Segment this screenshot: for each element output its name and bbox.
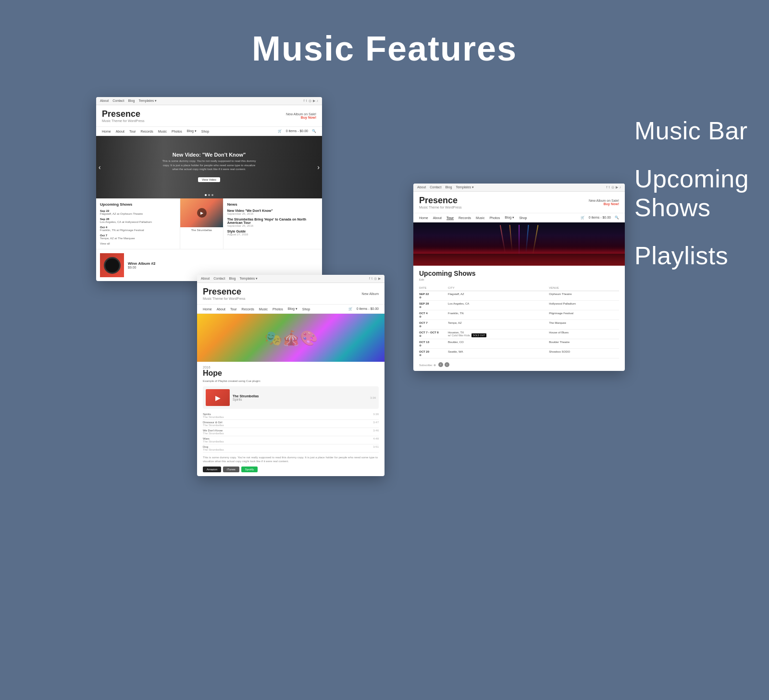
- s2-player-track-title: The Strumbellas: [233, 394, 367, 398]
- s3-content: Upcoming Shows Edit DATE CITY VENUE SEP …: [413, 266, 625, 371]
- show-venue-r3: Pilgrimage Festival: [549, 310, 619, 320]
- news-date-1a: September 25, 2016: [227, 212, 318, 215]
- show-item-3: Oct 4 Franklin, TN at Pilgrimage Festiva…: [100, 226, 176, 232]
- topnav-about-2: About: [201, 277, 210, 281]
- news-item-3: Style Guide August 27, 2016: [227, 230, 318, 236]
- topnav-templates: Templates ▾: [138, 99, 157, 103]
- topnav-templates-3: Templates ▾: [456, 185, 474, 189]
- show-venue-2: Los Angeles, CA at Hollywood Palladium: [100, 221, 176, 223]
- itunes-btn[interactable]: iTunes: [223, 467, 239, 472]
- screenshot-presence-playlist: About Contact Blog Templates ▾ f t ◎ ▶ P…: [197, 275, 384, 476]
- album-info-1: Winn Album #2 $9.00: [128, 261, 155, 269]
- show-venue-4: Tempe, AZ at The Marquee: [100, 237, 176, 240]
- twitter-icon-3: t: [609, 185, 610, 189]
- hero-arrow-left-1[interactable]: ‹: [99, 163, 101, 171]
- cart-value-3: 0 items - $0.00: [589, 216, 611, 220]
- s3-hero: [413, 222, 625, 266]
- album-cover-1: [100, 253, 124, 277]
- s2-player: ▶ The Strumbellas Spirits 3:36: [203, 386, 379, 409]
- site-header-3: Presence Music Theme for WordPress New A…: [413, 192, 625, 213]
- shows-table: DATE CITY VENUE SEP 22⊕ Flagstaff, AZ Or…: [419, 285, 619, 358]
- table-header-row: DATE CITY VENUE: [419, 285, 619, 291]
- show-venue-r1: Orpheum Theatre: [549, 291, 619, 301]
- topnav-contact-2: Contact: [213, 277, 225, 281]
- show-item-4: Oct 7 Tempe, AZ at The Marquee: [100, 234, 176, 240]
- show-venue-3: Franklin, TN at Pilgrimage Festival: [100, 229, 176, 232]
- topnav-blog-2: Blog: [229, 277, 236, 281]
- nav-blog-3: Blog ▾: [505, 216, 514, 220]
- facebook-icon: f: [304, 99, 305, 103]
- nav-shop-2: Shop: [302, 307, 310, 311]
- show-venue-r7: Showbox SODO: [549, 349, 619, 358]
- browser-topbar-3: About Contact Blog Templates ▾ f t ◎ ▶ ♪: [413, 184, 625, 192]
- s3-crowd: [413, 254, 625, 266]
- view-all-link-1[interactable]: View all: [100, 242, 176, 245]
- dot-3: [211, 194, 213, 196]
- spotify-btn[interactable]: Spotify: [241, 467, 258, 472]
- page-title: Music Features: [252, 29, 517, 68]
- cart-icon-3: 🛒: [581, 216, 585, 220]
- news-date-3a: August 27, 2016: [227, 233, 318, 236]
- s3-subscribe-text[interactable]: Subscribe: ⊕: [419, 363, 436, 367]
- show-date-r3: OCT 4⊕: [419, 310, 448, 320]
- news-title-1: News: [227, 202, 318, 207]
- news-item-2: The Strumbellas Bring 'Hope' to Canada o…: [227, 218, 318, 227]
- topnav-about: About: [100, 99, 109, 103]
- instagram-icon-2: ◎: [374, 277, 377, 281]
- show-city-r7: Seattle, WA: [448, 349, 549, 358]
- s3-edit-link[interactable]: Edit: [419, 278, 619, 281]
- hero-btn-1[interactable]: View Video: [198, 177, 220, 182]
- show-date-r4: OCT 7⊕: [419, 320, 448, 330]
- cart-icon-2: 🛒: [348, 307, 353, 311]
- nav-blog-2: Blog ▾: [288, 307, 298, 311]
- show-city-r5: Houston, TXw/ Cold War KidsSOLD OUT: [448, 330, 549, 339]
- show-city-r2: Los Angeles, CA: [448, 301, 549, 310]
- track-time-5: 3:51: [373, 445, 379, 451]
- s2-footer-desc: This is some dummy copy. You're not real…: [203, 455, 379, 464]
- itunes-icon-3: ♪: [620, 185, 621, 189]
- play-icon-1[interactable]: ▶: [197, 208, 207, 218]
- s2-player-artist: Spirits: [233, 398, 367, 401]
- hero-arrow-right-1[interactable]: ›: [317, 163, 320, 171]
- site-nav-1: Home About Tour Records Music Photos Blo…: [96, 127, 322, 136]
- promo-text-1: New Album on Sale!: [286, 112, 316, 116]
- topnav-contact-3: Contact: [430, 185, 441, 189]
- amazon-btn[interactable]: Amazon: [203, 467, 221, 472]
- itunes-icon: ♪: [317, 99, 319, 103]
- show-date-r6: OCT 13⊕: [419, 339, 448, 349]
- show-row-7: OCT 20⊕ Seattle, WA Showbox SODO: [419, 349, 619, 358]
- search-icon-1[interactable]: 🔍: [312, 129, 316, 133]
- social-icons-3: f t ◎ ▶ ♪: [607, 185, 621, 189]
- site-tagline-2: Music Theme for WordPress: [203, 297, 245, 300]
- show-row-5: OCT 7 - OCT 8⊕ Houston, TXw/ Cold War Ki…: [419, 330, 619, 339]
- search-icon-3[interactable]: 🔍: [615, 216, 619, 220]
- nav-about-3: About: [433, 216, 442, 220]
- screenshots-area: About Contact Blog Templates ▾ f t ◎ ▶ ♪…: [96, 97, 384, 529]
- topnav-contact: Contact: [112, 99, 124, 103]
- s3-social-icon-1[interactable]: f: [438, 362, 443, 367]
- social-icons-1: f t ◎ ▶ ♪: [304, 99, 318, 103]
- site-header-1: Presence Music Theme for WordPress New A…: [96, 105, 322, 127]
- nav-tour-3: Tour: [447, 216, 454, 220]
- news-item-1: New Video "We Don't Know" September 25, …: [227, 209, 318, 215]
- news-col-1: News New Video "We Don't Know" September…: [223, 198, 322, 249]
- nav-shop-1: Shop: [201, 130, 209, 133]
- below-hero-1: Upcoming Shows Sep 22 Flagstaff, AZ at O…: [96, 198, 322, 249]
- show-date-r2: SEP 28⊕: [419, 301, 448, 310]
- track-time-1: 3:36: [373, 413, 379, 418]
- track-name-4: WarsThe Strumbellas: [203, 437, 224, 443]
- youtube-icon: ▶: [313, 99, 315, 103]
- track-item-4: WarsThe Strumbellas 4:48: [203, 436, 379, 444]
- s3-social-icon-2[interactable]: t: [445, 362, 449, 367]
- news-title-1a: New Video "We Don't Know": [227, 209, 318, 212]
- show-venue-r6: Boulder Theatre: [549, 339, 619, 349]
- header-promo-3: New Album on Sale! Buy Now!: [589, 199, 619, 206]
- site-tagline-1: Music Theme for WordPress: [102, 119, 144, 123]
- nav-blog-1: Blog ▾: [187, 129, 197, 133]
- nav-shop-3: Shop: [519, 216, 527, 220]
- youtube-icon-3: ▶: [616, 185, 618, 189]
- s2-playlist-desc: Example of Playlist created using Cue pl…: [203, 380, 379, 382]
- show-row-1: SEP 22⊕ Flagstaff, AZ Orpheum Theatre: [419, 291, 619, 301]
- s2-play-icon[interactable]: ▶: [215, 394, 221, 402]
- show-item-2: Sep 28 Los Angeles, CA at Hollywood Pall…: [100, 218, 176, 223]
